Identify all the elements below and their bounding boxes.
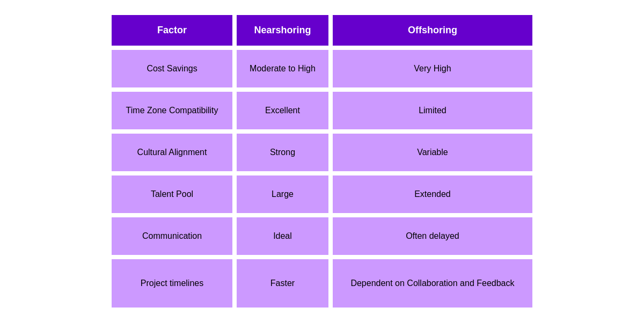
cell-offshoring: Dependent on Collaboration and Feedback [333,259,532,308]
cell-offshoring: Variable [333,134,532,171]
cell-nearshoring: Strong [237,134,328,171]
cell-offshoring: Very High [333,50,532,87]
table-row: Cultural AlignmentStrongVariable [112,134,532,171]
header-factor: Factor [112,15,232,46]
cell-factor: Talent Pool [112,175,232,213]
cell-nearshoring: Moderate to High [237,50,328,87]
cell-nearshoring: Faster [237,259,328,308]
header-nearshoring: Nearshoring [237,15,328,46]
cell-nearshoring: Ideal [237,217,328,255]
cell-nearshoring: Excellent [237,92,328,129]
comparison-table: Factor Nearshoring Offshoring Cost Savin… [107,11,537,312]
comparison-table-container: Factor Nearshoring Offshoring Cost Savin… [107,11,537,312]
cell-offshoring: Extended [333,175,532,213]
table-row: Time Zone CompatibilityExcellentLimited [112,92,532,129]
cell-factor: Cost Savings [112,50,232,87]
cell-nearshoring: Large [237,175,328,213]
cell-offshoring: Limited [333,92,532,129]
cell-factor: Project timelines [112,259,232,308]
cell-factor: Time Zone Compatibility [112,92,232,129]
cell-offshoring: Often delayed [333,217,532,255]
table-row: CommunicationIdealOften delayed [112,217,532,255]
cell-factor: Cultural Alignment [112,134,232,171]
cell-factor: Communication [112,217,232,255]
table-row: Cost SavingsModerate to HighVery High [112,50,532,87]
table-row: Project timelinesFasterDependent on Coll… [112,259,532,308]
table-row: Talent PoolLargeExtended [112,175,532,213]
header-offshoring: Offshoring [333,15,532,46]
